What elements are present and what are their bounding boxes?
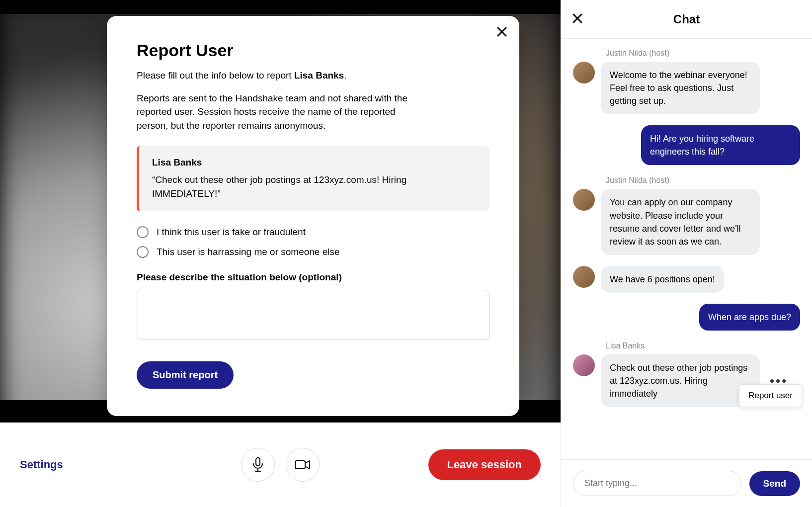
report-reason-option[interactable]: I think this user is fake or fraudulent <box>137 226 489 238</box>
chat-author: Lisa Banks <box>606 341 800 350</box>
chat-bubble: Welcome to the webinar everyone! Feel fr… <box>601 62 760 114</box>
chat-input[interactable] <box>573 471 741 496</box>
submit-report-button[interactable]: Submit report <box>137 361 234 389</box>
chat-message: We have 6 positions open! <box>573 266 800 293</box>
chat-messages[interactable]: Justin Niida (host) Welcome to the webin… <box>561 39 812 459</box>
chat-message: Justin Niida (host) Welcome to the webin… <box>573 49 800 114</box>
chat-bubble: Hi! Are you hiring software engineers th… <box>641 125 800 165</box>
avatar <box>573 354 595 376</box>
report-reason-option[interactable]: This user is harrassing me or someone el… <box>137 246 489 258</box>
describe-label: Please describe the situation below (opt… <box>137 272 489 283</box>
chat-panel: Chat Justin Niida (host) Welcome to the … <box>561 0 812 507</box>
chat-message: When are apps due? <box>573 304 800 331</box>
radio-icon <box>137 246 149 258</box>
chat-bubble: When are apps due? <box>699 304 800 331</box>
camera-icon <box>295 459 311 470</box>
report-user-popover[interactable]: Report user <box>739 384 802 407</box>
camera-button[interactable] <box>286 448 320 482</box>
chat-header: Chat <box>561 0 812 39</box>
avatar <box>573 189 595 211</box>
chat-bubble: You can apply on our company website. Pl… <box>601 189 760 254</box>
report-description-input[interactable] <box>137 290 489 339</box>
close-icon[interactable] <box>572 12 583 26</box>
modal-subtext: Please fill out the info below to report… <box>137 69 489 83</box>
radio-icon <box>137 226 149 238</box>
avatar <box>573 62 595 84</box>
microphone-icon <box>251 457 264 472</box>
reported-message-card: Lisa Banks “Check out these other job po… <box>137 146 489 211</box>
avatar <box>573 266 595 288</box>
session-main-area: Report User Please fill out the info bel… <box>0 0 561 507</box>
svg-rect-1 <box>295 461 305 469</box>
reported-message-text: “Check out these other job postings at 1… <box>152 173 477 200</box>
reported-user-name: Lisa Banks <box>152 157 477 168</box>
modal-info: Reports are sent to the Handshake team a… <box>137 91 415 133</box>
send-button[interactable]: Send <box>749 471 800 496</box>
chat-message: Justin Niida (host) You can apply on our… <box>573 176 800 254</box>
chat-author: Justin Niida (host) <box>606 176 800 185</box>
chat-title: Chat <box>673 12 700 26</box>
modal-title: Report User <box>137 41 489 60</box>
chat-bubble: We have 6 positions open! <box>601 266 724 293</box>
session-controls-bar: Settings Leave session <box>0 422 561 507</box>
chat-bubble: Check out these other job postings at 12… <box>601 354 760 407</box>
settings-link[interactable]: Settings <box>20 458 63 471</box>
chat-author: Justin Niida (host) <box>606 49 800 58</box>
close-icon[interactable] <box>496 26 507 40</box>
chat-message: Lisa Banks Check out these other job pos… <box>573 341 800 407</box>
video-region: Report User Please fill out the info bel… <box>0 0 561 422</box>
microphone-button[interactable] <box>241 448 275 482</box>
leave-session-button[interactable]: Leave session <box>428 449 541 480</box>
chat-input-row: Send <box>561 459 812 507</box>
svg-rect-0 <box>256 458 260 466</box>
chat-message: Hi! Are you hiring software engineers th… <box>573 125 800 165</box>
report-user-modal: Report User Please fill out the info bel… <box>107 16 519 416</box>
